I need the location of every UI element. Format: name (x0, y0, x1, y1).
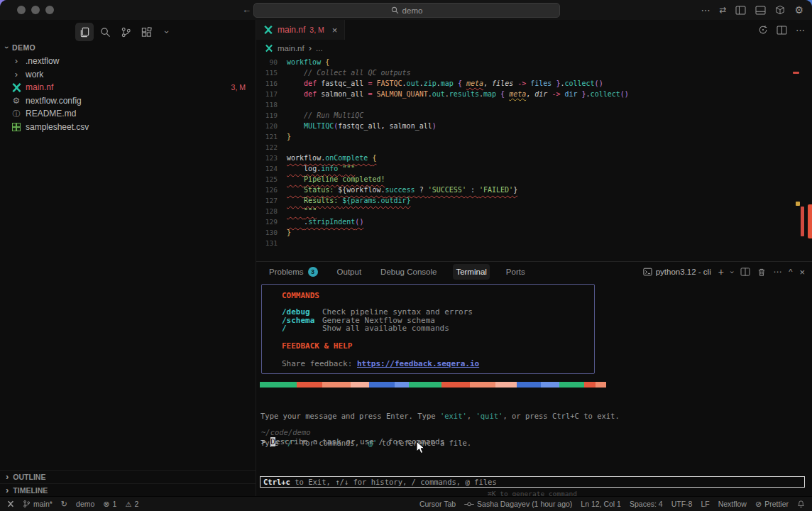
nextflow-icon (265, 44, 273, 53)
colorbar-segment (584, 382, 596, 388)
more-actions-icon[interactable]: ⋯ (701, 5, 710, 16)
sidebar-bottom-sections: ›OUTLINE ›TIMELINE (0, 470, 256, 497)
code-editor[interactable]: 90workflow {115 // Collect all QC output… (256, 57, 812, 261)
line-number: 123 (256, 153, 287, 163)
status-nfx-mono[interactable] (7, 500, 14, 507)
panel-tab-ports[interactable]: Ports (503, 264, 528, 280)
search-value: demo (402, 6, 423, 15)
status-ln-12-col-1[interactable]: Ln 12, Col 1 (581, 500, 621, 508)
close-window-button[interactable] (17, 6, 26, 14)
line-number: 125 (256, 174, 287, 185)
code-line-127: 127 Results: ${params.outdir} (256, 195, 812, 206)
explorer-title: DEMO (12, 43, 35, 52)
chevron-icon: › (10, 57, 23, 65)
status-lf[interactable]: LF (701, 500, 709, 508)
titlebar: ← demo ⋯ ⇄ ⚙ (0, 0, 812, 21)
back-button[interactable]: ← (242, 4, 251, 15)
status-sync[interactable]: ↻ (61, 500, 67, 509)
timeline-section[interactable]: ›TIMELINE (0, 483, 256, 497)
explorer-item-nextflow[interactable]: ›.nextflow (0, 55, 256, 68)
panel-tab-problems[interactable]: Problems3 (266, 264, 321, 280)
chevron-down-icon[interactable]: › (158, 23, 176, 41)
status-utf-8[interactable]: UTF-8 (671, 500, 693, 508)
close-tab-icon[interactable]: × (332, 25, 338, 35)
status-2[interactable]: ⚠2 (125, 500, 138, 508)
kill-terminal-icon[interactable] (757, 268, 766, 277)
sync-arrows-icon[interactable]: ⇄ (719, 5, 726, 15)
maximize-window-button[interactable] (45, 6, 54, 14)
more-actions-icon[interactable]: ⋯ (796, 25, 805, 35)
maximize-panel-icon[interactable]: ^ (789, 268, 792, 276)
line-number: 122 (256, 142, 287, 153)
explorer-item-main-nf[interactable]: main.nf3, M (0, 81, 256, 94)
code-line-123: 123workflow.onComplete { (256, 153, 812, 163)
command-center-search[interactable]: demo (253, 3, 560, 18)
status-nextflow[interactable]: Nextflow (718, 500, 747, 508)
status-prettier[interactable]: ⊘Prettier (755, 500, 789, 509)
collapse-chevron-icon: › (3, 46, 11, 49)
explorer-section-header[interactable]: › DEMO (6, 43, 35, 52)
toggle-sidebar-icon[interactable] (735, 6, 746, 15)
status-1[interactable]: ⊗1 (103, 500, 116, 509)
panel-tab-output[interactable]: Output (334, 264, 365, 280)
status-sasha-dagayev-1-hour-ago[interactable]: Sasha Dagayev (1 hour ago) (464, 500, 572, 508)
terminal-selector[interactable]: python3.12 - cli (643, 268, 711, 276)
colorbar-segment (470, 382, 495, 388)
line-number: 131 (256, 238, 287, 248)
nfx-mono-icon (7, 500, 14, 507)
code-line-120: 120 MULTIQC(fastqc_all, salmon_all) (256, 121, 812, 131)
bottom-panel: Problems3OutputDebug ConsoleTerminalPort… (256, 261, 812, 497)
gear-icon: ⚙ (10, 96, 23, 106)
status-main[interactable]: main* (23, 500, 53, 508)
status-bell[interactable] (797, 500, 805, 508)
close-panel-icon[interactable]: × (799, 267, 805, 278)
chevron-right-icon: › (309, 45, 312, 52)
overview-error-bar (801, 207, 804, 236)
terminal-dropdown-icon[interactable]: › (728, 270, 736, 273)
line-number: 117 (256, 89, 287, 99)
explorer-item-work[interactable]: ›work (0, 68, 256, 82)
split-terminal-icon[interactable] (740, 268, 750, 276)
tab-main-nf[interactable]: main.nf 3, M × (256, 20, 345, 40)
more-actions-icon[interactable]: ⋯ (773, 267, 781, 277)
chevron-right-icon: › (6, 473, 9, 480)
settings-gear-icon[interactable]: ⚙ (794, 4, 803, 16)
command-row: /Show all available commands (282, 324, 594, 333)
outline-section[interactable]: ›OUTLINE (0, 470, 256, 483)
colorbar-segment (351, 382, 369, 388)
explorer-icon[interactable] (75, 23, 94, 41)
explorer-item-readme-md[interactable]: ⓘREADME.md (0, 107, 256, 121)
search-panel-icon[interactable] (96, 23, 114, 41)
line-number: 121 (256, 131, 287, 142)
explorer-item-nextflow-config[interactable]: ⚙nextflow.config (0, 94, 256, 108)
minimize-window-button[interactable] (31, 6, 40, 14)
panel-controls: python3.12 - cli + › ⋯ ^ × (643, 262, 805, 282)
panel-tab-terminal[interactable]: Terminal (453, 264, 489, 280)
colorbar-segment (541, 382, 559, 388)
line-number: 116 (256, 78, 287, 89)
run-interactive-icon[interactable] (758, 25, 768, 35)
new-terminal-icon[interactable]: + (718, 266, 724, 278)
overview-warning-mark (796, 202, 800, 206)
feedback-link[interactable]: https://feedback.seqera.io (357, 359, 479, 368)
line-number: 127 (256, 195, 287, 206)
status-cursor-tab[interactable]: Cursor Tab (419, 500, 456, 508)
extensions-icon[interactable] (137, 23, 155, 41)
bell-icon (797, 500, 805, 508)
cube-icon[interactable] (775, 5, 785, 15)
toggle-panel-icon[interactable] (755, 6, 766, 15)
code-line-90: 90workflow { (256, 57, 812, 67)
text-cursor: D (270, 437, 275, 446)
explorer-item-samplesheet-csv[interactable]: samplesheet.csv (0, 121, 256, 134)
source-control-icon[interactable] (116, 23, 135, 41)
breadcrumb[interactable]: main.nf › ... (256, 40, 323, 57)
status-spaces-4[interactable]: Spaces: 4 (630, 500, 663, 508)
breadcrumb-file: main.nf (278, 44, 304, 53)
sidebar: › › DEMO ›.nextflow›workmain.nf3, M⚙next… (0, 20, 256, 497)
status-demo[interactable]: demo (76, 500, 94, 508)
split-editor-icon[interactable] (777, 26, 787, 35)
line-number: 115 (256, 67, 287, 78)
terminal-hints: Type your message and press Enter. Type … (260, 394, 620, 465)
panel-tab-debug-console[interactable]: Debug Console (378, 264, 439, 280)
nextflow-icon (263, 25, 273, 35)
